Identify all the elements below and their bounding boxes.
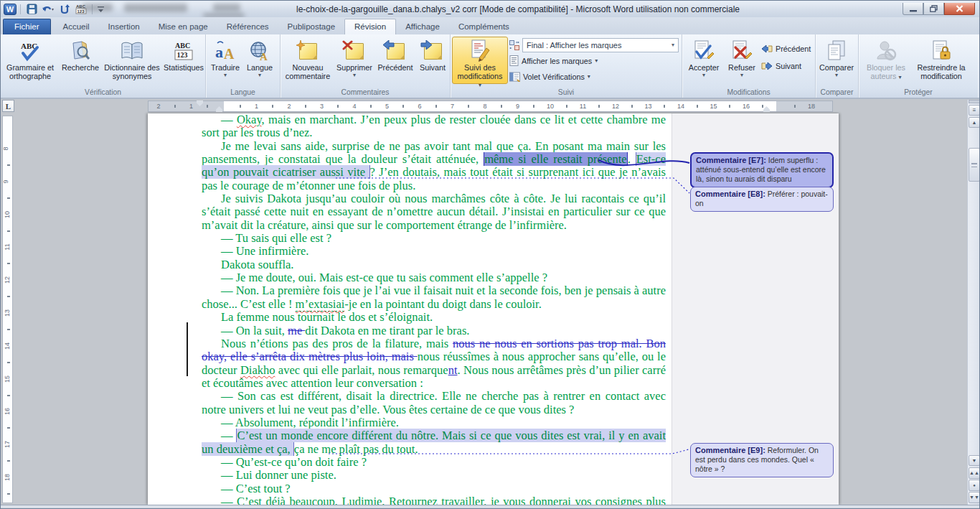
tab-compléments[interactable]: Compléments <box>449 19 519 34</box>
accept-change-icon <box>693 39 715 62</box>
ribbon-tab-bar: FichierAccueilInsertionMise en pageRéfér… <box>1 17 979 34</box>
group-comparer: Comparer ▾ Comparer <box>816 34 859 98</box>
word-window: W ABC123 le-choix-de-la-gargouille_dana.… <box>0 0 980 509</box>
comment-balloon-e8[interactable]: Commentaire [E8]: Préférer : pouvait-on <box>690 187 834 212</box>
display-for-review-combo[interactable]: Final : Afficher les marques ▾ <box>522 38 679 52</box>
minimize-button[interactable] <box>903 3 923 15</box>
compare-button[interactable]: Comparer ▾ <box>817 37 856 84</box>
text-run: — Lui donner une piste. <box>221 468 336 482</box>
svg-text:A: A <box>224 46 235 62</box>
text-run: . <box>628 152 636 166</box>
document-area: 89101112131415161718 — Okay, mais en mar… <box>1 113 980 505</box>
block-authors-button[interactable]: Bloquer lesauteurs ▾ <box>860 37 912 84</box>
paragraph: — On la suit, me dit Dakota en me tirant… <box>202 324 666 337</box>
restrict-editing-button[interactable]: Restreindre lamodification <box>912 37 971 84</box>
previous-comment-button[interactable]: Précédent <box>375 37 415 84</box>
window-controls <box>903 3 979 15</box>
button-label: Grammaire et orthographe <box>4 64 57 80</box>
tab-fichier[interactable]: Fichier <box>3 19 51 34</box>
undo-button[interactable] <box>41 3 55 16</box>
show-markup-button[interactable]: Afficher les marques ▾ <box>508 53 680 68</box>
scroll-up-button[interactable]: ▲ <box>969 117 980 128</box>
view-ruler-toggle[interactable]: ≡ <box>969 105 980 116</box>
ruler-number: 11 <box>580 103 586 110</box>
button-label: Comparer <box>819 64 854 73</box>
research-button[interactable]: Recherche <box>58 37 103 84</box>
ruler-number: 14 <box>677 103 684 110</box>
accept-button[interactable]: Accepter ▾ <box>684 37 724 84</box>
language-button[interactable]: A Langue ▾ <box>243 37 276 84</box>
group-langue: aA Traduire ▾ A Langue ▾ Langue <box>206 34 281 98</box>
spelling-grammar-button[interactable]: ABC Grammaire et orthographe <box>2 37 58 84</box>
tab-mise-en-page[interactable]: Mise en page <box>149 19 217 34</box>
block-authors-icon <box>875 39 897 62</box>
ruler-tick <box>435 105 437 108</box>
vertical-scrollbar[interactable]: ≡ ▲ ▼ ▲▲ ● ▼▼ <box>967 100 980 505</box>
close-button[interactable] <box>944 3 975 15</box>
ruler-tick <box>501 105 502 108</box>
new-comment-button[interactable]: Nouveau commentaire <box>282 37 334 84</box>
scroll-down-button[interactable]: ▼ <box>969 455 980 466</box>
previous-page-button[interactable]: ▲▲ <box>969 467 980 479</box>
reject-button[interactable]: Refuser ▾ <box>724 37 760 84</box>
restore-button[interactable] <box>923 3 944 15</box>
track-changes-toggle[interactable]: Suivi desmodifications ▾ <box>452 37 508 84</box>
text-run: -je en la pointant du doigt dans le coul… <box>344 297 541 311</box>
reviewing-pane-button[interactable]: Volet Vérifications ▾ <box>508 69 680 84</box>
changed-lines-bar <box>187 322 188 376</box>
thesaurus-button[interactable]: Dictionnaire des synonymes <box>103 37 161 84</box>
select-browse-object-button[interactable]: ● <box>969 480 980 491</box>
word-logo-icon[interactable]: W <box>4 4 17 15</box>
ruler-tick <box>631 105 633 108</box>
document-text[interactable]: — Okay, mais en marchant. J’en peux plus… <box>202 113 666 509</box>
ruler-number: 18 <box>4 474 11 481</box>
tab-selector[interactable]: L <box>2 100 14 112</box>
tab-insertion[interactable]: Insertion <box>99 19 149 34</box>
split-handle[interactable] <box>969 100 980 103</box>
ruler-number: 4 <box>352 103 356 110</box>
ruler-tick <box>272 105 273 108</box>
save-icon <box>27 4 37 14</box>
word-count-button[interactable]: ABC123 Statistiques <box>161 37 206 84</box>
paragraph: Dakota souffla. <box>202 258 666 271</box>
next-comment-button[interactable]: Suivant <box>415 37 450 84</box>
save-button[interactable] <box>24 3 39 16</box>
tab-affichage[interactable]: Affichage <box>396 19 449 34</box>
hanging-indent-marker[interactable] <box>216 106 222 112</box>
tab-références[interactable]: Références <box>217 19 278 34</box>
button-label: Refuser <box>728 64 755 73</box>
text-run: — <box>221 429 236 442</box>
tab-accueil[interactable]: Accueil <box>54 19 99 34</box>
comment-label: Commentaire [E7]: <box>696 156 766 164</box>
button-label: Statistiques <box>164 64 204 73</box>
redo-button[interactable] <box>57 3 72 16</box>
next-change-button[interactable]: Suivant <box>760 58 812 73</box>
text-run: — <box>221 113 237 126</box>
vertical-ruler[interactable]: 89101112131415161718 <box>2 116 13 503</box>
button-label: Langue <box>247 64 273 73</box>
delete-comment-button[interactable]: Supprimer ▾ <box>334 37 375 84</box>
ruler-tick <box>7 427 10 429</box>
display-for-review-icon <box>509 40 519 50</box>
restrict-editing-icon <box>930 39 952 62</box>
dropdown-arrow-icon: ▾ <box>479 82 481 88</box>
tab-révision[interactable]: Révision <box>344 19 396 34</box>
translate-icon: aA <box>215 39 236 62</box>
ruler-number: 1 <box>189 103 193 110</box>
comment-balloon-e7[interactable]: Commentaire [E7]: Idem superflu : atténu… <box>690 152 834 188</box>
text-run: Okay <box>237 113 262 126</box>
scrollbar-thumb[interactable] <box>969 148 980 182</box>
previous-change-button[interactable]: Précédent <box>760 41 812 56</box>
tab-publipostage[interactable]: Publipostage <box>278 19 345 34</box>
next-comment-icon <box>424 39 442 62</box>
next-page-button[interactable]: ▼▼ <box>969 492 980 503</box>
group-label: Commentaires <box>281 88 450 96</box>
ruler-tick <box>598 105 600 108</box>
horizontal-ruler[interactable]: 211234567891011121314151618 <box>148 101 833 112</box>
ruler-tick <box>7 395 10 396</box>
paragraph: — C’est un monde encore différent du nôt… <box>202 429 666 456</box>
first-line-indent-marker[interactable] <box>197 101 203 106</box>
translate-button[interactable]: aA Traduire ▾ <box>207 37 243 84</box>
comment-balloon-e9[interactable]: Commentaire [E9]: Reformuler. On est per… <box>690 443 834 477</box>
text-run: m’extasiai <box>296 297 345 312</box>
